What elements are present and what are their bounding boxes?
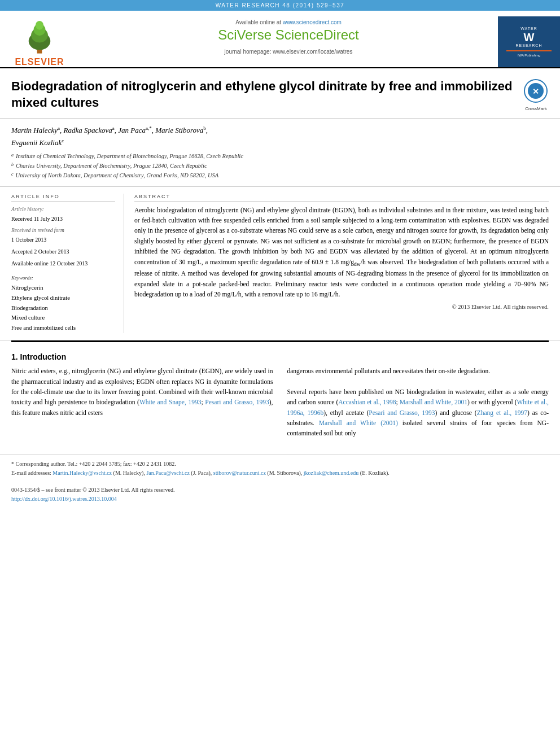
elsevier-logo-area: ELSEVIER: [0, 16, 79, 67]
affiliation-a: a Institute of Chemical Technology, Depa…: [11, 152, 549, 161]
article-info-col: ARTICLE INFO Article history: Received 1…: [11, 194, 124, 334]
corresponding-author: * Corresponding author. Tel.: +420 2 204…: [11, 460, 549, 469]
journal-homepage: journal homepage: www.elsevier.com/locat…: [225, 49, 353, 55]
keyword-2: Ethylene glycol dinitrate: [11, 293, 115, 303]
link-marshall-white-2001a[interactable]: Marshall and White, 2001: [400, 399, 467, 405]
bottom-footer: 0043-1354/$ – see front matter © 2013 El…: [0, 482, 560, 509]
intro-text-right: dangerous environmental pollutants and n…: [287, 366, 549, 439]
elsevier-wordmark: ELSEVIER: [15, 57, 64, 67]
email-stiborova[interactable]: stiborov@natur.cuni.cz: [213, 470, 266, 476]
keyword-5: Free and immobilized cells: [11, 323, 115, 333]
svg-text:✕: ✕: [532, 87, 539, 96]
crossmark-icon: ✕: [523, 78, 549, 104]
abstract-col: ABSTRACT Aerobic biodegradation of nitro…: [124, 194, 549, 334]
introduction-body: Nitric acid esters, e.g., nitroglycerin …: [11, 366, 549, 439]
intro-col-right: dangerous environmental pollutants and n…: [287, 366, 549, 439]
abstract-label: ABSTRACT: [134, 194, 549, 202]
accepted-date: Accepted 2 October 2013: [11, 247, 115, 256]
link-white-snape[interactable]: White and Snape, 1993: [139, 399, 202, 405]
intro-text-left: Nitric acid esters, e.g., nitroglycerin …: [11, 366, 273, 418]
article-title-section: Biodegradation of nitroglycerin and ethy…: [0, 68, 560, 119]
body-content: 1. Introduction Nitric acid esters, e.g.…: [0, 342, 560, 449]
article-history: Article history: Received 11 July 2013 R…: [11, 205, 115, 268]
keyword-4: Mixed culture: [11, 313, 115, 323]
link-accashian[interactable]: Accashian et al., 1998: [338, 399, 396, 405]
article-title: Biodegradation of nitroglycerin and ethy…: [11, 78, 518, 111]
article-title-text: Biodegradation of nitroglycerin and ethy…: [11, 78, 518, 111]
section-number: 1.: [11, 352, 18, 361]
revised-date: 1 October 2013: [11, 235, 115, 244]
sciencedirect-link[interactable]: www.sciencedirect.com: [283, 19, 342, 25]
journal-banner: WATER RESEARCH 48 (2014) 529–537: [0, 0, 560, 11]
doi-link[interactable]: http://dx.doi.org/10.1016/j.watres.2013.…: [11, 496, 117, 502]
keywords-section: Keywords: Nitroglycerin Ethylene glycol …: [11, 275, 115, 333]
affiliation-c: c University of North Dakota, Department…: [11, 171, 549, 181]
email-kozliak[interactable]: jkozliak@chem.und.edu: [304, 470, 359, 476]
issn-line: 0043-1354/$ – see front matter © 2013 El…: [11, 486, 549, 495]
elsevier-logo: ELSEVIER: [15, 16, 64, 67]
affiliation-b: b Charles University, Department of Bioc…: [11, 161, 549, 171]
link-pesari-grasso-1993b[interactable]: Pesari and Grasso, 1993: [369, 409, 435, 416]
link-pesari-grasso-1993[interactable]: Pesari and Grasso, 1993: [205, 399, 269, 405]
available-online-date: Available online 12 October 2013: [11, 259, 115, 268]
keyword-3: Biodegradation: [11, 303, 115, 313]
footnote-section: * Corresponding author. Tel.: +420 2 204…: [0, 455, 560, 482]
received-date: Received 11 July 2013: [11, 214, 115, 224]
header: ELSEVIER Available online at www.science…: [0, 11, 560, 68]
wr-divider: [506, 50, 552, 51]
link-marshall-white-2001b[interactable]: Marshall and White (2001): [319, 420, 398, 426]
available-online-text: Available online at www.sciencedirect.co…: [235, 19, 342, 25]
copyright-line: © 2013 Elsevier Ltd. All rights reserved…: [134, 304, 549, 310]
email-addresses: E-mail addresses: Martin.Halecky@vscht.c…: [11, 469, 549, 478]
doi-line: http://dx.doi.org/10.1016/j.watres.2013.…: [11, 495, 549, 504]
wr-subtitle2: RESEARCH: [506, 43, 552, 49]
journal-header-center: Available online at www.sciencedirect.co…: [79, 16, 498, 67]
crossmark-label: CrossMark: [523, 106, 549, 111]
intro-col-left: Nitric acid esters, e.g., nitroglycerin …: [11, 366, 273, 439]
abstract-text: Aerobic biodegradation of nitroglycerin …: [134, 205, 549, 300]
wr-publisher: IWA Publishing: [506, 53, 552, 58]
keyword-1: Nitroglycerin: [11, 283, 115, 293]
elsevier-tree-icon: [20, 16, 59, 56]
article-info-label: ARTICLE INFO: [11, 194, 115, 202]
link-zhang-1997[interactable]: Zhang et al., 1997: [477, 409, 527, 416]
page: WATER RESEARCH 48 (2014) 529–537 ELSEVIE…: [0, 0, 560, 747]
water-research-badge: WATER W RESEARCH IWA Publishing: [498, 16, 560, 67]
history-label: Article history:: [11, 205, 115, 214]
crossmark-area: ✕ CrossMark: [523, 78, 549, 111]
email-paca[interactable]: Jan.Paca@vscht.cz: [146, 470, 189, 476]
svg-point-4: [36, 21, 43, 30]
article-info-abstract: ARTICLE INFO Article history: Received 1…: [0, 187, 560, 341]
keywords-label: Keywords:: [11, 275, 115, 281]
email-halecky[interactable]: Martin.Halecky@vscht.cz: [53, 470, 112, 476]
wr-logo-big: W: [506, 32, 552, 43]
introduction-heading: 1. Introduction: [11, 352, 549, 361]
section-title: Introduction: [20, 352, 67, 361]
authors-line: Martin Haleckya, Radka Spackovaa, Jan Pa…: [11, 124, 549, 149]
sciverse-title: SciVerse ScienceDirect: [218, 27, 358, 43]
authors-section: Martin Haleckya, Radka Spackovaa, Jan Pa…: [0, 119, 560, 187]
revised-label: Received in revised form: [11, 226, 115, 235]
journal-banner-text: WATER RESEARCH 48 (2014) 529–537: [216, 2, 345, 8]
affiliations: a Institute of Chemical Technology, Depa…: [11, 152, 549, 180]
